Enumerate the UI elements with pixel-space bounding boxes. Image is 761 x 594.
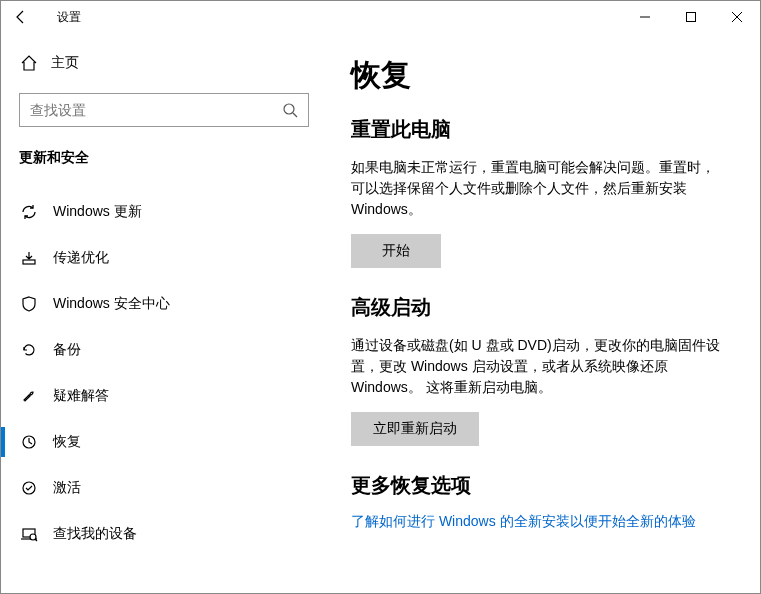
sidebar-item-recovery[interactable]: 恢复 <box>1 419 321 465</box>
maximize-button[interactable] <box>668 1 714 33</box>
home-link[interactable]: 主页 <box>1 43 321 83</box>
shield-icon <box>19 294 39 314</box>
home-label: 主页 <box>51 54 79 72</box>
sidebar-item-label: 传递优化 <box>53 249 109 267</box>
window-controls <box>622 1 760 33</box>
sidebar-section-title: 更新和安全 <box>1 127 321 177</box>
sync-icon <box>19 202 39 222</box>
close-button[interactable] <box>714 1 760 33</box>
sidebar-item-delivery-optimization[interactable]: 传递优化 <box>1 235 321 281</box>
main-panel: 恢复 重置此电脑 如果电脑未正常运行，重置电脑可能会解决问题。重置时，可以选择保… <box>321 33 760 593</box>
titlebar: 设置 <box>1 1 760 33</box>
more-options-heading: 更多恢复选项 <box>351 472 730 499</box>
reset-start-button[interactable]: 开始 <box>351 234 441 268</box>
sidebar-item-label: 恢复 <box>53 433 81 451</box>
wrench-icon <box>19 386 39 406</box>
content: 主页 更新和安全 Windows 更新 <box>1 33 760 593</box>
sidebar-item-label: Windows 安全中心 <box>53 295 170 313</box>
sidebar-item-label: 查找我的设备 <box>53 525 137 543</box>
sidebar-item-security[interactable]: Windows 安全中心 <box>1 281 321 327</box>
search-wrap <box>1 83 321 127</box>
svg-rect-1 <box>687 13 696 22</box>
sidebar-item-label: 疑难解答 <box>53 387 109 405</box>
window-title: 设置 <box>57 9 81 26</box>
search-box[interactable] <box>19 93 309 127</box>
sidebar-item-label: 激活 <box>53 479 81 497</box>
search-icon <box>282 102 298 118</box>
sidebar: 主页 更新和安全 Windows 更新 <box>1 33 321 593</box>
settings-window: 设置 主页 <box>0 0 761 594</box>
sidebar-item-find-device[interactable]: 查找我的设备 <box>1 511 321 557</box>
sidebar-item-label: 备份 <box>53 341 81 359</box>
activation-icon <box>19 478 39 498</box>
sidebar-item-activation[interactable]: 激活 <box>1 465 321 511</box>
search-input[interactable] <box>30 102 298 118</box>
recovery-icon <box>19 432 39 452</box>
page-heading: 恢复 <box>351 55 730 96</box>
advanced-startup-description: 通过设备或磁盘(如 U 盘或 DVD)启动，更改你的电脑固件设置，更改 Wind… <box>351 335 721 398</box>
restart-now-button[interactable]: 立即重新启动 <box>351 412 479 446</box>
back-button[interactable] <box>13 9 37 25</box>
sidebar-nav: Windows 更新 传递优化 Windows 安全中心 <box>1 189 321 557</box>
svg-rect-6 <box>23 260 35 264</box>
sidebar-item-windows-update[interactable]: Windows 更新 <box>1 189 321 235</box>
sidebar-item-backup[interactable]: 备份 <box>1 327 321 373</box>
reset-heading: 重置此电脑 <box>351 116 730 143</box>
fresh-install-link[interactable]: 了解如何进行 Windows 的全新安装以便开始全新的体验 <box>351 513 730 531</box>
home-icon <box>19 54 39 72</box>
delivery-icon <box>19 248 39 268</box>
svg-point-4 <box>284 104 294 114</box>
sidebar-item-troubleshoot[interactable]: 疑难解答 <box>1 373 321 419</box>
svg-point-8 <box>23 482 35 494</box>
svg-line-5 <box>293 113 297 117</box>
reset-description: 如果电脑未正常运行，重置电脑可能会解决问题。重置时，可以选择保留个人文件或删除个… <box>351 157 721 220</box>
advanced-startup-heading: 高级启动 <box>351 294 730 321</box>
minimize-button[interactable] <box>622 1 668 33</box>
sidebar-item-label: Windows 更新 <box>53 203 142 221</box>
find-device-icon <box>19 524 39 544</box>
backup-icon <box>19 340 39 360</box>
